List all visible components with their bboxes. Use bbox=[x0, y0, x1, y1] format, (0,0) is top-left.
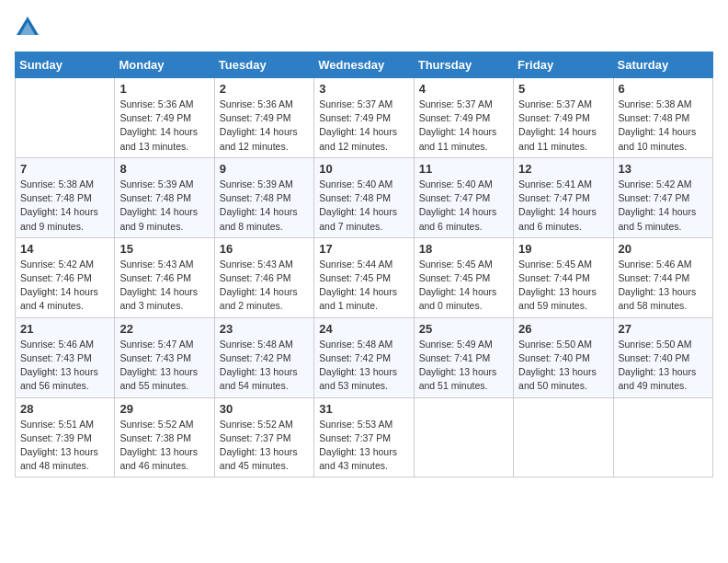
day-number: 1 bbox=[119, 82, 209, 96]
header-cell-tuesday: Tuesday bbox=[214, 52, 313, 78]
day-info: Sunrise: 5:46 AM Sunset: 7:44 PM Dayligh… bbox=[619, 258, 708, 314]
day-cell bbox=[613, 397, 712, 477]
day-info: Sunrise: 5:48 AM Sunset: 7:42 PM Dayligh… bbox=[319, 338, 408, 394]
day-cell: 30Sunrise: 5:52 AM Sunset: 7:37 PM Dayli… bbox=[214, 397, 313, 477]
day-cell: 21Sunrise: 5:46 AM Sunset: 7:43 PM Dayli… bbox=[16, 317, 115, 397]
day-info: Sunrise: 5:43 AM Sunset: 7:46 PM Dayligh… bbox=[119, 258, 209, 314]
day-cell: 8Sunrise: 5:39 AM Sunset: 7:48 PM Daylig… bbox=[115, 157, 214, 237]
day-number: 7 bbox=[20, 162, 109, 176]
day-number: 17 bbox=[319, 242, 408, 256]
day-number: 18 bbox=[419, 242, 508, 256]
day-number: 20 bbox=[619, 242, 708, 256]
day-info: Sunrise: 5:40 AM Sunset: 7:47 PM Dayligh… bbox=[419, 178, 508, 234]
day-cell: 7Sunrise: 5:38 AM Sunset: 7:48 PM Daylig… bbox=[16, 157, 115, 237]
day-info: Sunrise: 5:49 AM Sunset: 7:41 PM Dayligh… bbox=[419, 338, 508, 394]
day-cell: 12Sunrise: 5:41 AM Sunset: 7:47 PM Dayli… bbox=[514, 157, 613, 237]
day-info: Sunrise: 5:37 AM Sunset: 7:49 PM Dayligh… bbox=[518, 98, 608, 154]
day-info: Sunrise: 5:37 AM Sunset: 7:49 PM Dayligh… bbox=[319, 98, 408, 154]
day-info: Sunrise: 5:40 AM Sunset: 7:48 PM Dayligh… bbox=[319, 178, 408, 234]
day-cell: 23Sunrise: 5:48 AM Sunset: 7:42 PM Dayli… bbox=[214, 317, 313, 397]
day-number: 23 bbox=[220, 322, 309, 336]
day-number: 16 bbox=[220, 242, 309, 256]
week-row-1: 7Sunrise: 5:38 AM Sunset: 7:48 PM Daylig… bbox=[16, 157, 713, 237]
day-cell: 2Sunrise: 5:36 AM Sunset: 7:49 PM Daylig… bbox=[214, 78, 313, 158]
day-info: Sunrise: 5:41 AM Sunset: 7:47 PM Dayligh… bbox=[518, 178, 608, 234]
day-cell: 25Sunrise: 5:49 AM Sunset: 7:41 PM Dayli… bbox=[414, 317, 513, 397]
logo-icon bbox=[15, 15, 40, 40]
day-number: 14 bbox=[20, 242, 109, 256]
day-info: Sunrise: 5:53 AM Sunset: 7:37 PM Dayligh… bbox=[319, 418, 408, 474]
calendar-body: 1Sunrise: 5:36 AM Sunset: 7:49 PM Daylig… bbox=[16, 78, 713, 477]
day-number: 4 bbox=[419, 82, 508, 96]
day-number: 8 bbox=[119, 162, 209, 176]
day-cell: 13Sunrise: 5:42 AM Sunset: 7:47 PM Dayli… bbox=[613, 157, 712, 237]
day-cell: 10Sunrise: 5:40 AM Sunset: 7:48 PM Dayli… bbox=[314, 157, 414, 237]
day-info: Sunrise: 5:46 AM Sunset: 7:43 PM Dayligh… bbox=[20, 338, 109, 394]
day-number: 9 bbox=[220, 162, 309, 176]
day-number: 5 bbox=[518, 82, 608, 96]
day-info: Sunrise: 5:52 AM Sunset: 7:37 PM Dayligh… bbox=[220, 418, 309, 474]
day-cell: 31Sunrise: 5:53 AM Sunset: 7:37 PM Dayli… bbox=[314, 397, 414, 477]
page-header bbox=[15, 15, 713, 40]
header-cell-wednesday: Wednesday bbox=[314, 52, 414, 78]
day-cell: 15Sunrise: 5:43 AM Sunset: 7:46 PM Dayli… bbox=[115, 237, 214, 317]
day-number: 2 bbox=[220, 82, 309, 96]
day-number: 12 bbox=[518, 162, 608, 176]
header-row: SundayMondayTuesdayWednesdayThursdayFrid… bbox=[16, 52, 713, 78]
day-number: 27 bbox=[619, 322, 708, 336]
day-cell: 29Sunrise: 5:52 AM Sunset: 7:38 PM Dayli… bbox=[115, 397, 214, 477]
header-cell-sunday: Sunday bbox=[16, 52, 115, 78]
week-row-4: 28Sunrise: 5:51 AM Sunset: 7:39 PM Dayli… bbox=[16, 397, 713, 477]
day-info: Sunrise: 5:44 AM Sunset: 7:45 PM Dayligh… bbox=[319, 258, 408, 314]
day-cell: 4Sunrise: 5:37 AM Sunset: 7:49 PM Daylig… bbox=[414, 78, 513, 158]
day-cell: 22Sunrise: 5:47 AM Sunset: 7:43 PM Dayli… bbox=[115, 317, 214, 397]
day-number: 22 bbox=[119, 322, 209, 336]
day-number: 26 bbox=[518, 322, 608, 336]
week-row-2: 14Sunrise: 5:42 AM Sunset: 7:46 PM Dayli… bbox=[16, 237, 713, 317]
day-info: Sunrise: 5:47 AM Sunset: 7:43 PM Dayligh… bbox=[119, 338, 209, 394]
day-number: 19 bbox=[518, 242, 608, 256]
day-cell: 5Sunrise: 5:37 AM Sunset: 7:49 PM Daylig… bbox=[514, 78, 613, 158]
day-info: Sunrise: 5:36 AM Sunset: 7:49 PM Dayligh… bbox=[220, 98, 309, 154]
day-cell: 26Sunrise: 5:50 AM Sunset: 7:40 PM Dayli… bbox=[514, 317, 613, 397]
header-cell-monday: Monday bbox=[115, 52, 214, 78]
week-row-3: 21Sunrise: 5:46 AM Sunset: 7:43 PM Dayli… bbox=[16, 317, 713, 397]
day-cell: 18Sunrise: 5:45 AM Sunset: 7:45 PM Dayli… bbox=[414, 237, 513, 317]
day-info: Sunrise: 5:51 AM Sunset: 7:39 PM Dayligh… bbox=[20, 418, 109, 474]
day-cell: 9Sunrise: 5:39 AM Sunset: 7:48 PM Daylig… bbox=[214, 157, 313, 237]
day-cell: 20Sunrise: 5:46 AM Sunset: 7:44 PM Dayli… bbox=[613, 237, 712, 317]
day-info: Sunrise: 5:39 AM Sunset: 7:48 PM Dayligh… bbox=[119, 178, 209, 234]
day-info: Sunrise: 5:38 AM Sunset: 7:48 PM Dayligh… bbox=[619, 98, 708, 154]
day-info: Sunrise: 5:52 AM Sunset: 7:38 PM Dayligh… bbox=[119, 418, 209, 474]
day-cell bbox=[16, 78, 115, 158]
day-cell: 16Sunrise: 5:43 AM Sunset: 7:46 PM Dayli… bbox=[214, 237, 313, 317]
day-cell bbox=[414, 397, 513, 477]
day-number: 10 bbox=[319, 162, 408, 176]
day-cell: 6Sunrise: 5:38 AM Sunset: 7:48 PM Daylig… bbox=[613, 78, 712, 158]
day-info: Sunrise: 5:38 AM Sunset: 7:48 PM Dayligh… bbox=[20, 178, 109, 234]
day-number: 24 bbox=[319, 322, 408, 336]
day-cell: 28Sunrise: 5:51 AM Sunset: 7:39 PM Dayli… bbox=[16, 397, 115, 477]
header-cell-saturday: Saturday bbox=[613, 52, 712, 78]
day-cell: 27Sunrise: 5:50 AM Sunset: 7:40 PM Dayli… bbox=[613, 317, 712, 397]
day-cell: 14Sunrise: 5:42 AM Sunset: 7:46 PM Dayli… bbox=[16, 237, 115, 317]
day-cell: 3Sunrise: 5:37 AM Sunset: 7:49 PM Daylig… bbox=[314, 78, 414, 158]
day-info: Sunrise: 5:45 AM Sunset: 7:45 PM Dayligh… bbox=[419, 258, 508, 314]
day-number: 25 bbox=[419, 322, 508, 336]
calendar-table: SundayMondayTuesdayWednesdayThursdayFrid… bbox=[15, 52, 713, 477]
day-number: 6 bbox=[619, 82, 708, 96]
day-number: 29 bbox=[119, 402, 209, 416]
day-number: 13 bbox=[619, 162, 708, 176]
header-cell-thursday: Thursday bbox=[414, 52, 513, 78]
day-number: 30 bbox=[220, 402, 309, 416]
day-info: Sunrise: 5:39 AM Sunset: 7:48 PM Dayligh… bbox=[220, 178, 309, 234]
day-info: Sunrise: 5:50 AM Sunset: 7:40 PM Dayligh… bbox=[518, 338, 608, 394]
week-row-0: 1Sunrise: 5:36 AM Sunset: 7:49 PM Daylig… bbox=[16, 78, 713, 158]
day-number: 3 bbox=[319, 82, 408, 96]
day-info: Sunrise: 5:36 AM Sunset: 7:49 PM Dayligh… bbox=[119, 98, 209, 154]
day-cell: 24Sunrise: 5:48 AM Sunset: 7:42 PM Dayli… bbox=[314, 317, 414, 397]
day-info: Sunrise: 5:43 AM Sunset: 7:46 PM Dayligh… bbox=[220, 258, 309, 314]
day-info: Sunrise: 5:37 AM Sunset: 7:49 PM Dayligh… bbox=[419, 98, 508, 154]
day-info: Sunrise: 5:42 AM Sunset: 7:47 PM Dayligh… bbox=[619, 178, 708, 234]
day-cell: 17Sunrise: 5:44 AM Sunset: 7:45 PM Dayli… bbox=[314, 237, 414, 317]
